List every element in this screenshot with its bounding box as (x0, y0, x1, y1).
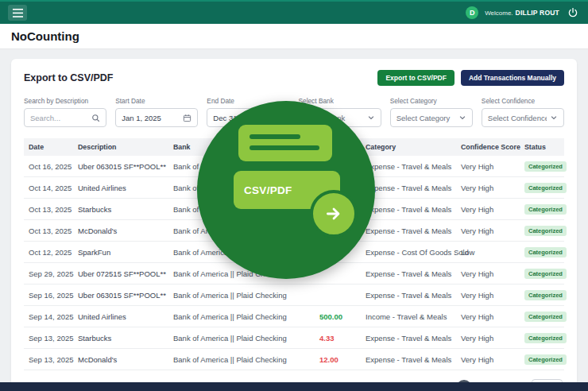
cell-description: Starbucks (73, 199, 168, 220)
table-row: Sep 14, 2025 United Airlines Bank of Ame… (24, 306, 564, 327)
welcome-prefix: Welcome. (485, 10, 513, 17)
cell-bank: Bank of America || Plaid Checking (168, 285, 300, 306)
chevron-down-icon (550, 114, 558, 122)
table-row: Sep 13, 2025 Starbucks Bank of America |… (24, 327, 564, 349)
confidence-select[interactable]: Select Confidence (482, 108, 564, 127)
add-transactions-button[interactable]: Add Transactions Manually (461, 70, 564, 86)
cell-amount (300, 285, 361, 306)
export-csv-pdf-button[interactable]: Export to CSV/PDF (377, 70, 455, 86)
cell-bank: Bank of America || Plaid Checking (168, 349, 300, 370)
calendar-icon (183, 114, 191, 122)
cell-confidence: Very High (456, 177, 520, 199)
cell-description: United Airlines (73, 177, 168, 199)
status-badge: Categorized (524, 226, 567, 236)
cell-confidence: Very High (456, 349, 520, 370)
cell-date: Oct 13, 2025 (24, 199, 73, 220)
cell-confidence: Very High (456, 285, 520, 306)
cell-date: Sep 14, 2025 (24, 306, 73, 327)
chevron-down-icon (458, 114, 466, 122)
cell-category: Expense - Travel & Meals (361, 285, 456, 306)
cell-category: Expense - Travel & Meals (361, 263, 456, 285)
cell-status: Categorized (520, 263, 564, 285)
status-badge: Categorized (524, 183, 567, 193)
category-label: Select Category (390, 97, 473, 105)
cell-category: Expense - Cost Of Goods Sold (361, 242, 456, 263)
filter-start-date: Start Date Jan 1, 2025 (115, 97, 198, 127)
document-sheet-icon (238, 125, 332, 161)
start-date-label: Start Date (115, 97, 198, 105)
cell-description: McDonald's (73, 220, 168, 242)
cell-confidence: Very High (456, 220, 520, 242)
cell-date: Oct 13, 2025 (24, 220, 73, 242)
cell-description: Starbucks (73, 327, 168, 349)
cell-date: Sep 29, 2025 (24, 263, 73, 285)
avatar[interactable]: D (466, 6, 478, 19)
cell-category: Expense - Travel & Meals (361, 156, 456, 177)
topbar-user-area: D Welcome.DILLIP ROUT (466, 6, 580, 20)
document-line (250, 134, 300, 139)
cell-status: Categorized (520, 349, 564, 370)
cell-date: Sep 13, 2025 (24, 327, 73, 349)
confidence-label: Select Confidence (482, 97, 564, 105)
power-button[interactable] (566, 6, 580, 20)
col-date: Date (24, 138, 73, 156)
cell-date: Oct 12, 2025 (24, 242, 73, 263)
table-row: Sep 13, 2025 McDonald's Bank of America … (24, 349, 564, 370)
cell-amount: 4.33 (300, 327, 361, 349)
cell-description: McDonald's (73, 349, 168, 370)
welcome-text: Welcome.DILLIP ROUT (485, 9, 559, 17)
status-badge: Categorized (524, 312, 567, 322)
confidence-select-value: Select Confidence (488, 114, 547, 122)
card-title: Export to CSV/PDF (24, 72, 114, 83)
status-badge: Categorized (524, 354, 567, 365)
cell-confidence: Very High (456, 263, 520, 285)
status-badge: Categorized (524, 247, 567, 257)
col-category: Category (361, 138, 456, 156)
topbar: D Welcome.DILLIP ROUT (0, 0, 588, 24)
cell-category: Expense - Travel & Meals (361, 327, 456, 349)
power-icon (567, 7, 578, 18)
overlay-label: CSV/PDF (244, 184, 292, 196)
start-date-field[interactable]: Jan 1, 2025 (115, 108, 198, 127)
status-badge: Categorized (524, 269, 567, 279)
app-title-bar: NoCounting (0, 24, 588, 49)
cell-amount: 500.00 (300, 306, 361, 327)
status-badge: Categorized (524, 204, 567, 215)
hamburger-menu-icon[interactable] (8, 5, 27, 21)
document-line (250, 145, 319, 150)
cell-description: United Airlines (73, 306, 168, 327)
export-progress-overlay: CSV/PDF (197, 101, 375, 279)
footer-bar (0, 382, 588, 391)
username: DILLIP ROUT (516, 9, 559, 17)
cell-date: Sep 16, 2025 (24, 285, 73, 306)
search-icon (91, 114, 100, 122)
search-label: Search by Description (24, 97, 106, 105)
cell-status: Categorized (520, 156, 564, 177)
cell-description: Uber 063015 SF**POOL** (73, 285, 168, 306)
cell-category: Expense - Travel & Meals (361, 349, 456, 370)
category-select[interactable]: Select Category (390, 108, 473, 127)
chevron-down-icon (367, 114, 375, 122)
cell-status: Categorized (520, 327, 564, 349)
card-header: Export to CSV/PDF Export to CSV/PDF Add … (24, 70, 564, 86)
filter-search: Search by Description (24, 97, 106, 127)
cell-status: Categorized (520, 199, 564, 220)
card-header-actions: Export to CSV/PDF Add Transactions Manua… (377, 70, 564, 86)
status-badge: Categorized (524, 161, 567, 172)
hamburger-lines-icon (13, 9, 23, 17)
cell-status: Categorized (520, 306, 564, 327)
cell-description: SparkFun (73, 242, 168, 263)
start-date-value: Jan 1, 2025 (122, 114, 180, 122)
cell-confidence: Very High (456, 156, 520, 177)
filter-category: Select Category Select Category (390, 97, 473, 127)
cell-status: Categorized (520, 285, 564, 306)
cell-description: Uber 063015 SF**POOL** (73, 156, 168, 177)
cell-category: Expense - Travel & Meals (361, 199, 456, 220)
cell-confidence: Very High (456, 199, 520, 220)
cell-category: Expense - Travel & Meals (361, 220, 456, 242)
cell-description: Uber 072515 SF**POOL** (73, 263, 168, 285)
cell-bank: Bank of America || Plaid Checking (168, 327, 300, 349)
search-input[interactable] (30, 114, 88, 122)
cell-confidence: Low (456, 242, 520, 263)
cell-category: Expense - Travel & Meals (361, 177, 456, 199)
